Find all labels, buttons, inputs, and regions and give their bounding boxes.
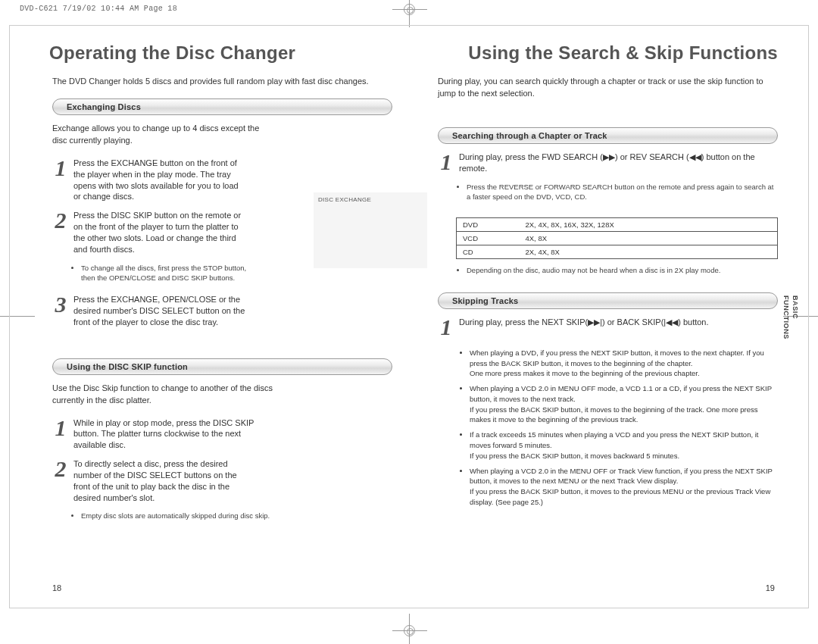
step-text: To directly select a disc, press the des…: [73, 458, 255, 503]
pill-skipping: Skipping Tracks: [438, 292, 778, 309]
skip-notes-list: When playing a DVD, if you press the NEX…: [459, 348, 778, 512]
right-page: Using the Search & Skip Functions During…: [438, 42, 778, 600]
note-item: Empty disc slots are automatically skipp…: [81, 511, 392, 521]
step-text: Press the EXCHANGE button on the front o…: [73, 158, 248, 202]
note-item: To change all the discs, first press the…: [81, 263, 252, 284]
step-number: 2: [52, 458, 69, 503]
table-row: CD2X, 4X, 8X: [457, 245, 778, 259]
search-speed-table: DVD2X, 4X, 8X, 16X, 32X, 128X VCD4X, 8X …: [456, 217, 778, 259]
skip-step-1: 1 While in play or stop mode, press the …: [52, 417, 392, 452]
list-item: If a track exceeds 15 minutes when playi…: [470, 430, 778, 461]
registration-mark-bottom: [400, 621, 420, 641]
disc-skip-text: Use the Disc Skip function to change to …: [52, 383, 279, 407]
back-skip-icon: |◀◀: [663, 317, 678, 327]
note-list: Press the REVERSE or FORWARD SEARCH butt…: [456, 182, 778, 206]
note-list: To change all the discs, first press the…: [70, 263, 252, 287]
step-number: 1: [438, 317, 454, 337]
step-text: Press the EXCHANGE, OPEN/CLOSE or the de…: [73, 294, 248, 328]
figure-label: DISC EXCHANGE: [314, 192, 427, 207]
left-intro: The DVD Changer holds 5 discs and provid…: [52, 76, 392, 88]
step-number: 1: [52, 158, 69, 202]
list-item: When playing a DVD, if you press the NEX…: [470, 348, 778, 379]
note-list: Depending on the disc, audio may not be …: [456, 265, 778, 279]
list-item: When playing a VCD 2.0 in the MENU OFF o…: [470, 466, 778, 508]
step-text: During play, press the NEXT SKIP(▶▶|) or…: [459, 317, 709, 337]
registration-mark-top: [400, 0, 420, 20]
table-row: VCD4X, 8X: [457, 232, 778, 245]
right-page-title: Using the Search & Skip Functions: [435, 42, 778, 64]
left-page-title: Operating the Disc Changer: [49, 42, 392, 64]
page-number-left: 18: [52, 583, 61, 592]
table-row: DVD2X, 4X, 8X, 16X, 32X, 128X: [457, 218, 778, 232]
fwd-search-icon: ▶▶: [603, 152, 615, 161]
pill-exchanging-discs: Exchanging Discs: [52, 98, 392, 115]
pill-disc-skip: Using the DISC SKIP function: [52, 358, 392, 375]
exchanging-discs-text: Exchange allows you to change up to 4 di…: [52, 123, 264, 147]
list-item: When playing a VCD 2.0 in MENU OFF mode,…: [470, 383, 778, 425]
next-skip-icon: ▶▶|: [588, 317, 602, 327]
step-text: Press the DISC SKIP button on the remote…: [73, 210, 248, 255]
step-text: During play, press the FWD SEARCH (▶▶) o…: [459, 152, 778, 174]
figure-disc-exchange: DISC EXCHANGE: [314, 192, 427, 268]
right-intro: During play, you can search quickly thro…: [438, 76, 778, 100]
pill-searching: Searching through a Chapter or Track: [438, 127, 778, 144]
step-text: While in play or stop mode, press the DI…: [73, 417, 255, 452]
skiptrack-step-1: 1 During play, press the NEXT SKIP(▶▶|) …: [438, 317, 778, 337]
page-number-right: 19: [766, 583, 775, 592]
rev-search-icon: ◀◀: [689, 152, 701, 161]
step-number: 1: [438, 152, 454, 174]
note-item: Press the REVERSE or FORWARD SEARCH butt…: [467, 182, 778, 203]
step-number: 1: [52, 417, 69, 452]
note-list: Empty disc slots are automatically skipp…: [70, 511, 392, 524]
search-step-1: 1 During play, press the FWD SEARCH (▶▶)…: [438, 152, 778, 174]
step-number: 2: [52, 210, 69, 255]
note-item: Depending on the disc, audio may not be …: [467, 265, 778, 276]
page-frame: Operating the Disc Changer The DVD Chang…: [9, 25, 809, 608]
side-tab: BASICFUNCTIONS: [782, 295, 799, 339]
left-page: Operating the Disc Changer The DVD Chang…: [52, 42, 392, 600]
exch-step-3: 3 Press the EXCHANGE, OPEN/CLOSE or the …: [52, 294, 392, 328]
skip-step-2: 2 To directly select a disc, press the d…: [52, 458, 392, 503]
step-number: 3: [52, 294, 69, 328]
